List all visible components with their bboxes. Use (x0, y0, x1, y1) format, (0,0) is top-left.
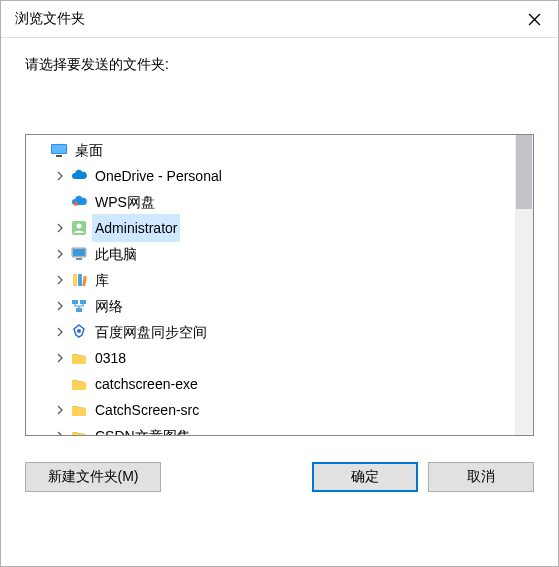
baidu-icon (70, 323, 88, 341)
tree-item[interactable]: Administrator (26, 215, 515, 241)
svg-rect-3 (52, 145, 66, 153)
baidu-icon-wrap (70, 323, 88, 341)
desktop-icon-wrap (50, 141, 68, 159)
wps-icon-wrap (70, 193, 88, 211)
window-title: 浏览文件夹 (15, 10, 85, 28)
onedrive-icon-wrap (70, 167, 88, 185)
chevron-right-icon[interactable] (52, 324, 68, 340)
folder-icon (70, 349, 88, 367)
chevron-right-icon[interactable] (52, 402, 68, 418)
new-folder-button[interactable]: 新建文件夹(M) (25, 462, 161, 492)
ok-button[interactable]: 确定 (312, 462, 418, 492)
libraries-icon (70, 271, 88, 289)
folder-icon-wrap (70, 349, 88, 367)
folder-tree-container: 桌面OneDrive - PersonalWPS网盘Administrator此… (25, 134, 534, 436)
tree-item[interactable]: CatchScreen-src (26, 397, 515, 423)
expander-placeholder (52, 376, 68, 392)
tree-item[interactable]: OneDrive - Personal (26, 163, 515, 189)
chevron-right-icon[interactable] (52, 246, 68, 262)
wps-icon (70, 193, 88, 211)
thispc-icon (70, 245, 88, 263)
libraries-icon-wrap (70, 271, 88, 289)
expander-placeholder (52, 194, 68, 210)
tree-item[interactable]: 0318 (26, 345, 515, 371)
tree-item-label: 桌面 (72, 136, 106, 164)
vertical-scrollbar[interactable] (515, 135, 533, 435)
tree-item-label: CatchScreen-src (92, 396, 202, 424)
tree-item-label: WPS网盘 (92, 188, 158, 216)
chevron-right-icon[interactable] (52, 350, 68, 366)
tree-item-label: 网络 (92, 292, 126, 320)
svg-rect-13 (82, 276, 86, 286)
tree-item-label: 0318 (92, 344, 129, 372)
chevron-right-icon[interactable] (52, 220, 68, 236)
svg-point-17 (77, 329, 81, 333)
tree-item-label: 百度网盘同步空间 (92, 318, 210, 346)
folder-icon (70, 401, 88, 419)
folder-icon-wrap (70, 401, 88, 419)
user-icon-wrap (70, 219, 88, 237)
chevron-right-icon[interactable] (52, 168, 68, 184)
tree-item[interactable]: catchscreen-exe (26, 371, 515, 397)
titlebar: 浏览文件夹 (1, 1, 558, 38)
svg-rect-16 (76, 308, 82, 312)
scrollbar-thumb[interactable] (516, 135, 532, 209)
thispc-icon-wrap (70, 245, 88, 263)
chevron-right-icon[interactable] (52, 298, 68, 314)
prompt-label: 请选择要发送的文件夹: (25, 56, 534, 74)
cancel-button[interactable]: 取消 (428, 462, 534, 492)
tree-item[interactable]: 网络 (26, 293, 515, 319)
svg-rect-12 (78, 274, 82, 286)
svg-point-7 (77, 224, 82, 229)
tree-item-label: 此电脑 (92, 240, 140, 268)
chevron-right-icon[interactable] (52, 272, 68, 288)
svg-rect-4 (56, 155, 62, 157)
tree-item[interactable]: WPS网盘 (26, 189, 515, 215)
tree-item[interactable]: 库 (26, 267, 515, 293)
folder-icon-wrap (70, 375, 88, 393)
chevron-right-icon[interactable] (52, 428, 68, 435)
network-icon (70, 297, 88, 315)
user-icon (70, 219, 88, 237)
tree-item-label: Administrator (92, 214, 180, 242)
tree-item-label: catchscreen-exe (92, 370, 201, 398)
tree-root[interactable]: 桌面 (26, 137, 515, 163)
tree-item-label: 库 (92, 266, 112, 294)
svg-rect-9 (73, 249, 85, 256)
desktop-icon (50, 141, 68, 159)
network-icon-wrap (70, 297, 88, 315)
folder-icon (70, 375, 88, 393)
svg-rect-10 (76, 258, 82, 260)
folder-tree[interactable]: 桌面OneDrive - PersonalWPS网盘Administrator此… (26, 135, 515, 435)
tree-item[interactable]: 此电脑 (26, 241, 515, 267)
svg-rect-15 (80, 300, 86, 304)
close-button[interactable] (510, 1, 558, 37)
folder-icon-wrap (70, 427, 88, 435)
client-area: 请选择要发送的文件夹: 桌面OneDrive - PersonalWPS网盘Ad… (1, 38, 558, 566)
expander-placeholder (32, 142, 48, 158)
button-row: 新建文件夹(M) 确定 取消 (25, 436, 534, 510)
tree-item-label: OneDrive - Personal (92, 162, 225, 190)
tree-item[interactable]: CSDN文章图集 (26, 423, 515, 435)
svg-rect-11 (73, 274, 77, 286)
svg-rect-14 (72, 300, 78, 304)
onedrive-icon (70, 167, 88, 185)
browse-folder-dialog: 浏览文件夹 请选择要发送的文件夹: 桌面OneDrive - PersonalW… (0, 0, 559, 567)
close-icon (528, 13, 541, 26)
folder-icon (70, 427, 88, 435)
tree-item[interactable]: 百度网盘同步空间 (26, 319, 515, 345)
svg-point-5 (74, 202, 78, 206)
tree-item-label: CSDN文章图集 (92, 422, 194, 435)
